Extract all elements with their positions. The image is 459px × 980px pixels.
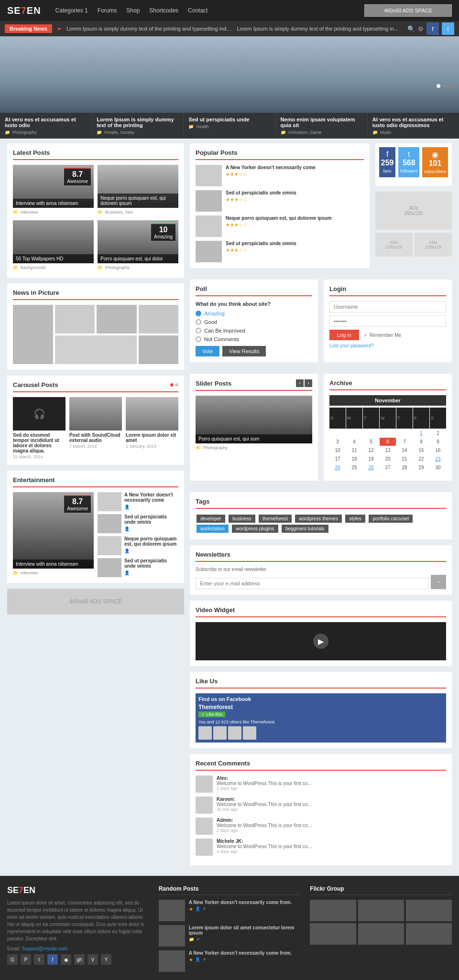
username-input[interactable] — [329, 301, 446, 312]
newsletter-form: → — [196, 575, 446, 589]
footer-pinterest-icon[interactable]: P — [21, 954, 31, 965]
tag-wp-themes[interactable]: wordpress themes — [295, 515, 342, 523]
hero-dot-3[interactable] — [448, 84, 452, 88]
footer-twitter-icon[interactable]: t — [34, 954, 44, 965]
nav-shortcodes[interactable]: Shortcodes — [149, 7, 178, 14]
newsletter-submit-button[interactable]: → — [431, 575, 446, 589]
latest-post-1: 8.7 Awesome Interview with anna nilsense… — [13, 165, 94, 216]
poll-option-2[interactable]: Good — [196, 319, 312, 325]
footer-gplus-icon[interactable]: G — [7, 954, 18, 965]
footer-about-col: SE7EN Lorem ipsum dolor sit amet, consec… — [7, 885, 149, 976]
cal-header-m: M — [346, 408, 362, 429]
poll-radio-2[interactable] — [196, 319, 201, 325]
poll-option-4[interactable]: Not Comments — [196, 336, 312, 342]
flickr-6[interactable] — [406, 923, 452, 945]
news-pic-4[interactable] — [139, 335, 179, 364]
nav-forums[interactable]: Forums — [98, 7, 117, 14]
tag-business[interactable]: business — [229, 515, 255, 523]
news-pic-wide[interactable] — [55, 335, 137, 364]
flickr-5[interactable] — [358, 923, 404, 945]
flickr-2[interactable] — [358, 900, 404, 921]
tag-themeforest[interactable]: themeforest — [259, 515, 292, 523]
slider-next-arrow[interactable]: › — [305, 379, 312, 387]
tag-workstation[interactable]: workstation — [197, 525, 229, 533]
entertainment-title: Entertainment — [13, 476, 178, 487]
random-post-2: Lorem ipsum dolor sit amet consectetur l… — [159, 925, 301, 947]
carousel-dot-1[interactable] — [170, 383, 174, 387]
like-us-fb-title: Find us on Facebook — [198, 696, 443, 702]
poll-radio-4[interactable] — [196, 336, 201, 342]
footer-yt-icon[interactable]: Y — [101, 954, 111, 965]
twitter-icon[interactable]: t — [442, 22, 454, 35]
tags-title: Tags — [196, 498, 446, 509]
news-pic-1[interactable] — [55, 305, 95, 334]
twitter-count[interactable]: t 568 followers — [398, 147, 419, 177]
flickr-4[interactable] — [310, 923, 356, 945]
facebook-count[interactable]: f 259 fans — [379, 147, 396, 177]
slider-prev-arrow[interactable]: ‹ — [296, 379, 304, 387]
poll-option-1[interactable]: Amazing — [196, 311, 312, 316]
login-box: Login Log in ✓ Remember Me Lost your p — [324, 280, 452, 362]
random-post-3: A New Yorker doesn't necessarily come fr… — [159, 950, 301, 972]
tag-wp-plugins[interactable]: wordpress plugins — [232, 525, 278, 533]
latest-post-3: 50 Top Wallpapers HD 📁 Backgrounds — [13, 220, 94, 272]
slider-post-thumb[interactable]: Porro quisquam est, qui sum — [196, 396, 312, 443]
recent-comments-box: Recent Comments Alex: Welcome to WordPre… — [190, 754, 452, 865]
settings-icon[interactable]: ⚙ — [418, 25, 424, 32]
vote-button[interactable]: Vote — [196, 346, 219, 356]
video-thumb[interactable]: ▶ — [196, 622, 446, 660]
nav-shop[interactable]: Shop — [126, 7, 140, 14]
video-widget-title: Video Widget — [196, 606, 446, 617]
hero-dot-2[interactable] — [442, 84, 446, 88]
footer-github-icon[interactable]: gh — [74, 954, 85, 965]
flickr-3[interactable] — [406, 900, 452, 921]
cal-day-13: 13 — [380, 446, 396, 454]
forgot-password-link[interactable]: Lost your password? — [329, 343, 446, 348]
password-input[interactable] — [329, 315, 446, 327]
poll-radio-1[interactable] — [196, 311, 201, 316]
hero-dot-1[interactable] — [437, 84, 440, 88]
facebook-icon[interactable]: f — [426, 22, 439, 35]
footer-facebook-icon[interactable]: f — [47, 954, 58, 965]
nav-contact[interactable]: Contact — [188, 7, 208, 14]
tag-beginners[interactable]: begginers tutorials — [282, 525, 328, 533]
play-button[interactable]: ▶ — [313, 634, 328, 649]
footer-vimeo-icon[interactable]: V — [87, 954, 98, 965]
tag-developer[interactable]: developer — [197, 515, 225, 523]
logo[interactable]: SE7EN — [7, 5, 41, 16]
cal-day-24[interactable]: 24 — [329, 463, 346, 472]
footer-email-link[interactable]: Support@mysite.com — [22, 946, 68, 951]
nav-categories[interactable]: Categories 1 — [55, 7, 88, 14]
flickr-1[interactable] — [310, 900, 356, 921]
search-icon[interactable]: 🔍 — [407, 25, 415, 32]
entertainment-main: 8.7 Awesome Interview with anna nilsense… — [13, 492, 94, 577]
newsletter-email-input[interactable] — [196, 578, 429, 589]
news-pic-2[interactable] — [97, 305, 137, 334]
bottom-ads-left: 460x60 ADS SPACE — [7, 589, 184, 614]
footer-rss-icon[interactable]: ◉ — [61, 954, 71, 965]
cal-day-23[interactable]: 23 — [430, 455, 446, 463]
news-pic-tall-1[interactable] — [13, 305, 53, 364]
breaking-news-label: Breaking News — [5, 24, 52, 33]
carousel-dot-2[interactable] — [175, 383, 178, 387]
cal-day-6[interactable]: 6 — [380, 438, 396, 446]
rss-count[interactable]: ◉ 101 subscribers — [422, 147, 448, 177]
newsletters-title: Newsletters — [196, 551, 446, 562]
view-results-button[interactable]: View Results — [222, 346, 266, 356]
tag-styles[interactable]: styles — [345, 515, 365, 523]
login-button[interactable]: Log in — [329, 330, 359, 340]
tag-portfolio[interactable]: portfolio carousel — [369, 515, 413, 523]
news-pic-3[interactable] — [139, 305, 179, 334]
latest-post-4: 10 Amazing Porro quisquam est, qui dolor… — [98, 220, 178, 272]
like-us-faces — [198, 726, 443, 740]
poll-radio-3[interactable] — [196, 328, 201, 334]
like-us-title: Like Us — [196, 678, 446, 689]
breaking-news-bar: Breaking News ➤ Lorem Ipsum is simply du… — [0, 21, 459, 36]
slider-posts-title: Slider Posts ‹ › — [196, 379, 312, 391]
cal-day-26[interactable]: 26 — [363, 463, 379, 472]
poll-option-3[interactable]: Can Be Improved — [196, 328, 312, 334]
hero-item-1: At vero eos et accusamus et iusto odio 📁… — [0, 113, 92, 139]
cal-day-1[interactable]: 1 — [413, 429, 429, 437]
face-2 — [213, 726, 227, 740]
popular-posts-list: A New Yorker doesn't necessarily come ★★… — [196, 165, 364, 262]
